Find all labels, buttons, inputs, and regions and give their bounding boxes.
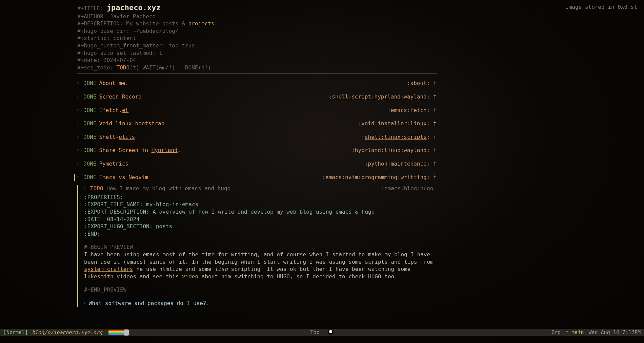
- body-ital-1: lisp: [215, 266, 228, 272]
- desc-text: #+DESCRIPTION: My website posts &: [77, 20, 188, 27]
- projects-link[interactable]: projects: [188, 20, 215, 27]
- tag-link[interactable]: shell:script:hyprland:wayland: [332, 93, 426, 100]
- done-keyword: DONE: [83, 133, 97, 141]
- fold-glyph-icon[interactable]: ⦂: [77, 160, 83, 168]
- fold-cross-icon: †: [433, 147, 437, 154]
- headline-text-post: .: [178, 147, 181, 153]
- fold-cross-icon: †: [433, 93, 437, 101]
- org-headline[interactable]: ⦂DONEEmacs vs Neovim:emacs:nvim:programm…: [77, 174, 437, 181]
- org-buffer[interactable]: #+TITLE: jpacheco.xyz #+AUTHOR: Javier P…: [77, 3, 437, 307]
- title-keyword: #+TITLE:: [77, 5, 103, 12]
- org-tags[interactable]: :about:: [407, 80, 430, 87]
- org-tags[interactable]: :hyprland:linux:wayland:: [351, 147, 430, 154]
- body-seg-1: I have been using emacs most of the time…: [84, 251, 434, 265]
- headline-title: Screen Record: [99, 93, 142, 101]
- done-keyword: DONE: [83, 174, 97, 181]
- headline-title: About me.: [99, 80, 129, 87]
- org-startup: #+startup: content: [77, 35, 437, 42]
- org-tags[interactable]: :emacs:fetch:: [387, 107, 430, 114]
- scroll-position: Top: [310, 329, 319, 336]
- tag-link[interactable]: shell:linux:scripts: [365, 134, 427, 140]
- done-keyword: DONE: [83, 80, 97, 87]
- subheading[interactable]: ⦂ What software and packages do I use?.: [84, 300, 437, 307]
- org-description: #+DESCRIPTION: My website posts & projec…: [77, 20, 437, 27]
- headline-link[interactable]: el: [122, 107, 128, 113]
- headline-link[interactable]: utils: [119, 134, 135, 140]
- headline-text: Void linux bootstrap.: [99, 120, 168, 127]
- system-crafters-link[interactable]: system crafters: [84, 266, 133, 272]
- current-entry-indicator: [77, 185, 78, 307]
- done-keyword: DONE: [83, 160, 97, 168]
- fold-glyph-icon[interactable]: ⦂: [77, 174, 83, 181]
- headline-title: Share Screen in Hyprland.: [99, 147, 181, 154]
- org-tags[interactable]: :emacs:nvim:programming:writting:: [322, 174, 430, 181]
- fold-glyph-icon[interactable]: ⦂: [77, 80, 83, 87]
- org-headline[interactable]: ⦂DONEScreen Record:shell:script:hyprland…: [77, 93, 437, 101]
- org-headline[interactable]: ⦂DONEEfetch.el:emacs:fetch:†: [77, 107, 437, 114]
- org-seq-todo: #+seq_todo: TODO(t) WAIT(w@/!) | DONE(d!…: [77, 64, 437, 71]
- org-date: #+date: 2024-07-04: [77, 57, 437, 64]
- todo-title-link[interactable]: hugo: [218, 185, 231, 192]
- fold-glyph-icon[interactable]: ⦂: [77, 120, 83, 127]
- body-seg-4: videos and see this: [114, 273, 182, 280]
- prop-date: :DATE: 08-14-2024: [84, 216, 437, 223]
- clock: Wed Aug 14 7:17PM: [588, 329, 641, 336]
- org-headline[interactable]: ⦂DONEPymetrics:python:maintenance:†: [77, 160, 437, 168]
- properties-end: :END:: [84, 230, 437, 238]
- todo-headline-expanded[interactable]: ⦂ TODO How I made my blog with emacs and…: [77, 185, 437, 307]
- headline-link[interactable]: Hyprland: [152, 147, 178, 153]
- evil-state: [Normal]: [3, 329, 28, 336]
- seq-pre: #+seq_todo:: [77, 64, 117, 71]
- fold-glyph-icon[interactable]: ⦂: [84, 185, 90, 192]
- headline-title: Efetch.el: [99, 107, 129, 114]
- properties-open[interactable]: :PROPERTIES:: [84, 194, 437, 201]
- org-tags[interactable]: :shell:script:hyprland:wayland:: [329, 93, 430, 101]
- body-seg-2: he use htmlize and some: [133, 266, 215, 272]
- begin-preview: #+BEGIN_PREVIEW: [84, 243, 437, 251]
- todo-tags: :emacs:blog:hugo:: [381, 185, 437, 192]
- org-lastmod: #+hugo_auto_set_lastmod: t: [77, 49, 437, 57]
- org-headline[interactable]: ⦂DONEShare Screen in Hyprland.:hyprland:…: [77, 147, 437, 154]
- headline-title: Pymetrics: [99, 160, 129, 168]
- headline-link[interactable]: Pymetrics: [99, 160, 129, 167]
- title-value: jpacheco.xyz: [107, 3, 161, 12]
- done-keyword: DONE: [83, 147, 97, 154]
- modeline: [Normal] blog/o/jpacheco.xyz.org Top Org…: [0, 329, 644, 336]
- major-mode[interactable]: Org: [551, 329, 561, 336]
- done-keyword: DONE: [83, 93, 97, 101]
- preview-body: I have been using emacs most of the time…: [84, 251, 437, 280]
- fold-glyph-icon[interactable]: ⦂: [77, 93, 83, 101]
- todo-keyword: TODO: [90, 185, 103, 192]
- org-tags[interactable]: :python:maintenance:: [365, 160, 430, 168]
- buffer-path[interactable]: blog/o/jpacheco.xyz.org: [32, 329, 102, 336]
- prop-export-file-name: :EXPORT_FILE_NAME: my-blog-in-emacs: [84, 201, 437, 208]
- org-tags[interactable]: :void:installer:linux:: [358, 120, 430, 127]
- fold-glyph-icon[interactable]: ⦂: [77, 107, 83, 114]
- tux-icon: [328, 329, 334, 336]
- modeline-center: Top: [310, 329, 334, 336]
- fold-glyph-icon[interactable]: ⦂: [77, 147, 83, 154]
- nyan-cat-icon: [108, 330, 125, 335]
- todo-headline-title: How I made my blog with emacs and hugo: [103, 185, 231, 192]
- video-link[interactable]: video: [182, 273, 198, 280]
- org-headline[interactable]: ⦂DONEVoid linux bootstrap.:void:installe…: [77, 120, 437, 127]
- end-preview: #+END_PREVIEW: [84, 286, 437, 294]
- headline-text: Screen Record: [99, 93, 142, 100]
- lukesmith-link[interactable]: lukesmith: [84, 273, 114, 280]
- prop-export-description: :EXPORT_DESCRIPTION: A overview of how I…: [84, 208, 437, 216]
- fold-cross-icon: †: [433, 133, 437, 141]
- done-keyword: DONE: [83, 107, 97, 114]
- org-headline[interactable]: ⦂DONEAbout me.:about:†: [77, 80, 437, 87]
- fold-glyph-icon[interactable]: ⦂: [77, 133, 83, 141]
- org-tags[interactable]: :shell:linux:scripts:: [361, 133, 430, 141]
- headline-title: Void linux bootstrap.: [99, 120, 168, 127]
- org-headline[interactable]: ⦂DONEShell-utils:shell:linux:scripts:†: [77, 133, 437, 141]
- vc-branch[interactable]: * main: [565, 329, 584, 336]
- headline-title: Emacs vs Neovim: [99, 174, 148, 181]
- header-rule: [77, 73, 437, 73]
- org-front-matter: #+hugo_custom_front_matter: toc true: [77, 42, 437, 49]
- headline-text: Efetch.: [99, 107, 122, 113]
- body-seg-5: about him switching to HUGO, so I decide…: [198, 273, 398, 280]
- headline-text: Shell-: [99, 134, 119, 140]
- fold-cross-icon: †: [433, 120, 437, 127]
